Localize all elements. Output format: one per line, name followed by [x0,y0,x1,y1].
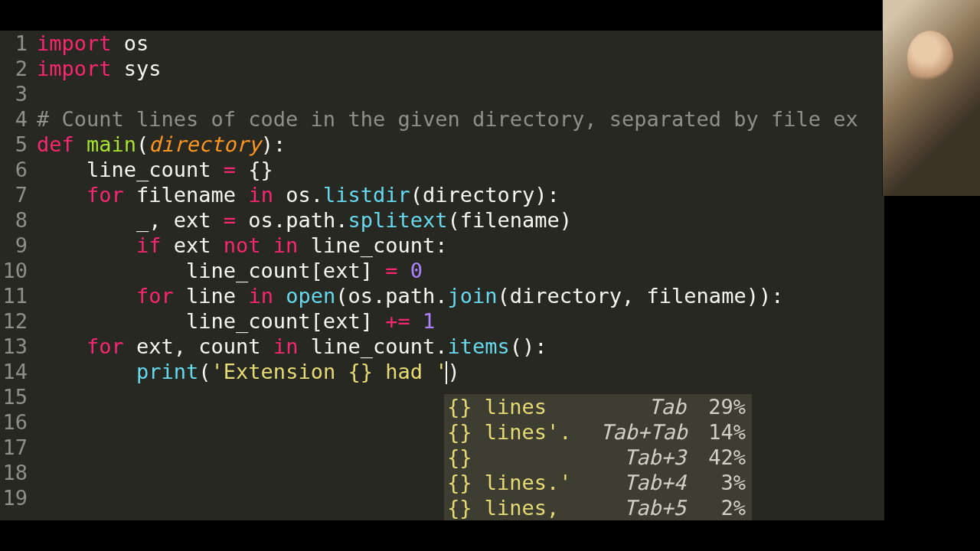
completion-probability: 29% [700,394,746,419]
line-number: 5 [0,132,32,157]
text-cursor [446,361,447,384]
completion-text: {} lines, [447,495,600,520]
completion-probability: 14% [700,419,746,445]
code-line[interactable]: for filename in os.listdir(directory): [37,182,858,207]
line-number: 10 [0,258,32,283]
line-number: 2 [0,56,32,81]
code-editor[interactable]: 12345678910111213141516171819 import osi… [0,31,884,520]
completion-keybinding: Tab+3 [600,445,700,470]
completion-text: {} lines.' [447,470,600,495]
webcam-overlay [882,0,980,196]
line-number: 3 [0,81,32,106]
autocomplete-popup[interactable]: {} linesTab29%{} lines'.Tab+Tab14%{}Tab+… [444,394,752,520]
code-line[interactable]: if ext not in line_count: [37,233,858,258]
line-number: 9 [0,233,32,258]
completion-keybinding: Tab+4 [600,470,700,495]
completion-probability: 3% [700,470,746,495]
line-number: 4 [0,106,32,132]
completion-keybinding: Tab+5 [600,495,700,520]
autocomplete-item[interactable]: {} lines,Tab+52% [447,495,746,520]
code-line[interactable]: def main(directory): [37,132,858,157]
code-line[interactable]: line_count = {} [37,157,858,182]
line-number: 11 [0,283,32,308]
line-number: 15 [0,384,32,409]
autocomplete-item[interactable]: {}Tab+342% [447,445,746,470]
line-number: 18 [0,460,32,485]
code-line[interactable] [37,81,858,106]
code-line[interactable]: line_count[ext] += 1 [37,308,858,334]
line-number: 19 [0,485,32,510]
completion-keybinding: Tab [600,394,700,419]
line-number: 7 [0,182,32,207]
code-line[interactable]: line_count[ext] = 0 [37,258,858,283]
line-number: 16 [0,409,32,435]
completion-keybinding: Tab+Tab [600,419,700,445]
line-number: 1 [0,31,32,56]
code-line[interactable]: # Count lines of code in the given direc… [37,106,858,132]
completion-probability: 42% [700,445,746,470]
autocomplete-item[interactable]: {} lines.'Tab+43% [447,470,746,495]
line-number: 17 [0,435,32,460]
line-number: 8 [0,207,32,233]
completion-text: {} [447,445,600,470]
line-number: 6 [0,157,32,182]
code-line[interactable]: import sys [37,56,858,81]
line-number: 14 [0,359,32,384]
code-line[interactable]: import os [37,31,858,56]
code-line[interactable]: _, ext = os.path.splitext(filename) [37,207,858,233]
completion-text: {} lines [447,394,600,419]
line-number-gutter: 12345678910111213141516171819 [0,31,32,510]
code-line[interactable]: for ext, count in line_count.items(): [37,334,858,359]
line-number: 12 [0,308,32,334]
completion-probability: 2% [700,495,746,520]
autocomplete-item[interactable]: {} linesTab29% [447,394,746,419]
code-line[interactable]: print('Extension {} had ') [37,359,858,384]
completion-text: {} lines'. [447,419,600,445]
line-number: 13 [0,334,32,359]
autocomplete-item[interactable]: {} lines'.Tab+Tab14% [447,419,746,445]
code-line[interactable]: for line in open(os.path.join(directory,… [37,283,858,308]
